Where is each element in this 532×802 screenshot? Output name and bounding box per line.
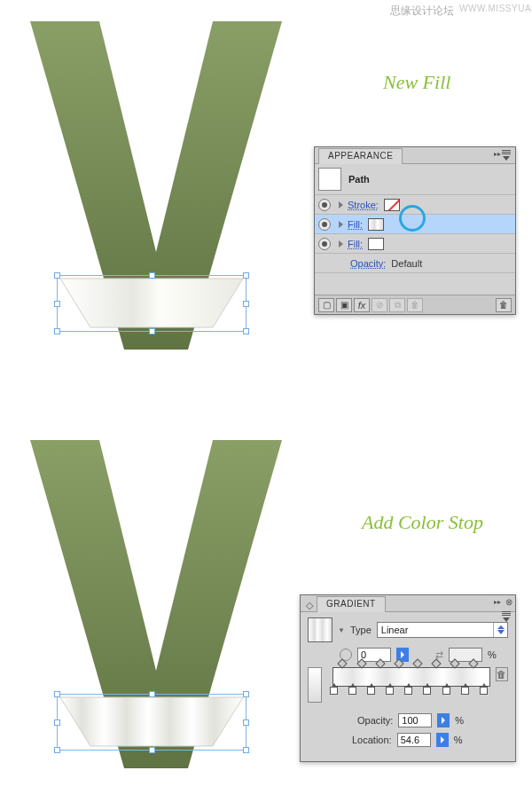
selection-bbox[interactable] <box>57 694 246 751</box>
location-stepper[interactable] <box>436 733 449 747</box>
gradient-color-stop[interactable] <box>367 687 375 695</box>
handle-e[interactable] <box>243 301 249 307</box>
fill-row-selected[interactable]: Fill: <box>315 215 515 234</box>
appearance-footer: ▢ ▣ fx ⊘ ⧉ 🗑 🗑 <box>315 295 515 314</box>
handle-sw[interactable] <box>54 328 60 334</box>
handle-se[interactable] <box>243 328 249 334</box>
opacity-label: Opacity: <box>357 715 393 726</box>
gradient-color-stop[interactable] <box>480 687 488 695</box>
type-select[interactable]: Linear <box>377 622 508 638</box>
fill-swatch-gradient[interactable] <box>368 218 384 231</box>
clear-button[interactable]: ⊘ <box>372 298 387 312</box>
gradient-color-stop[interactable] <box>348 687 356 695</box>
panel-menu-icon[interactable] <box>500 150 512 161</box>
dropdown-icon[interactable] <box>493 623 507 637</box>
new-fill-button[interactable]: ▣ <box>336 298 352 312</box>
panel-close-icon[interactable]: ⊗ <box>505 597 512 607</box>
percent-symbol: % <box>454 735 463 745</box>
handle-s[interactable] <box>149 747 155 753</box>
handle-n[interactable] <box>149 691 155 697</box>
gradient-color-stop[interactable] <box>442 687 450 695</box>
gradient-body: ▼ Type Linear 0 ⇄ % 🗑 Opacity: 100 <box>301 612 515 761</box>
stroke-label[interactable]: Stroke: <box>348 200 379 210</box>
type-value: Linear <box>381 625 409 635</box>
percent-symbol: % <box>488 649 497 660</box>
opacity-stepper[interactable] <box>437 713 450 727</box>
handle-s[interactable] <box>149 328 155 334</box>
visibility-eye-icon[interactable] <box>318 199 331 211</box>
trash-icon[interactable]: 🗑 <box>496 298 512 312</box>
appearance-panel[interactable]: APPEARANCE ▸▸ Path Stroke: Fill: Fill: O… <box>314 146 516 315</box>
fill-label[interactable]: Fill: <box>348 219 363 230</box>
percent-symbol: % <box>455 715 464 726</box>
tab-appearance[interactable]: APPEARANCE <box>318 148 403 164</box>
stroke-row[interactable]: Stroke: <box>315 195 515 215</box>
opacity-row[interactable]: Opacity: Default <box>315 254 515 273</box>
appearance-object-row: Path <box>315 164 515 195</box>
watermark-cn: 思缘设计论坛 <box>390 4 454 19</box>
gradient-color-stop[interactable] <box>461 687 469 695</box>
add-effect-button[interactable]: fx <box>354 298 370 312</box>
stroke-swatch-none[interactable] <box>384 199 400 211</box>
handle-ne[interactable] <box>243 272 249 279</box>
delete-button[interactable]: 🗑 <box>407 298 423 312</box>
opacity-label[interactable]: Opacity: <box>350 258 386 269</box>
location-label: Location: <box>352 735 392 745</box>
handle-e[interactable] <box>243 719 249 726</box>
annotation-new-fill: New Fill <box>383 71 450 94</box>
watermark-en: WWW.MISSYUAN.COM <box>459 4 532 13</box>
gradient-color-stop[interactable] <box>404 687 412 695</box>
handle-ne[interactable] <box>243 691 249 697</box>
canvas-top <box>4 21 296 367</box>
handle-se[interactable] <box>243 747 249 753</box>
handle-w[interactable] <box>54 301 60 307</box>
panel-tabbar: APPEARANCE <box>315 147 515 164</box>
location-input[interactable]: 54.6 <box>397 733 431 747</box>
handle-n[interactable] <box>149 272 155 279</box>
duplicate-button[interactable]: ⧉ <box>389 298 405 312</box>
panel-menu-icon[interactable] <box>500 611 512 622</box>
gradient-color-stop[interactable] <box>386 687 394 695</box>
visibility-eye-icon[interactable] <box>318 238 331 250</box>
expand-icon[interactable] <box>339 221 343 228</box>
delete-stop-icon[interactable]: 🗑 <box>496 667 508 681</box>
panel-expand-diamond-icon[interactable]: ◇ <box>306 600 313 611</box>
gradient-ramp[interactable] <box>332 667 490 687</box>
type-label: Type <box>350 625 372 635</box>
opacity-input[interactable]: 100 <box>398 713 432 727</box>
handle-w[interactable] <box>54 719 60 726</box>
fill-row-2[interactable]: Fill: <box>315 234 515 254</box>
gradient-color-stop[interactable] <box>423 687 431 695</box>
annotation-add-color-stop: Add Color Stop <box>362 511 483 534</box>
object-thumbnail <box>318 168 341 191</box>
gradient-thumbnail[interactable] <box>308 617 332 642</box>
fill-swatch-white[interactable] <box>368 238 384 250</box>
tab-gradient[interactable]: GRADIENT <box>317 596 386 612</box>
visibility-eye-icon[interactable] <box>318 218 331 231</box>
gradient-panel[interactable]: ◇ GRADIENT ⊗ ▸▸ ▼ Type Linear 0 ⇄ % <box>300 594 516 762</box>
new-stroke-button[interactable]: ▢ <box>318 298 334 312</box>
panel-collapse-icon[interactable]: ▸▸ <box>494 598 501 606</box>
expand-icon[interactable] <box>339 240 343 248</box>
gradient-color-stop[interactable] <box>330 687 338 695</box>
handle-nw[interactable] <box>54 272 60 279</box>
gradient-fill-swatch[interactable] <box>308 667 322 703</box>
object-type-label: Path <box>348 174 370 185</box>
canvas-bottom <box>4 440 296 786</box>
handle-sw[interactable] <box>54 747 60 753</box>
panel-tabbar: ◇ GRADIENT <box>301 595 515 612</box>
opacity-value: Default <box>391 258 422 269</box>
fill-label[interactable]: Fill: <box>348 239 363 249</box>
handle-nw[interactable] <box>54 691 60 697</box>
selection-bbox[interactable] <box>57 275 246 332</box>
expand-icon[interactable] <box>339 201 343 208</box>
